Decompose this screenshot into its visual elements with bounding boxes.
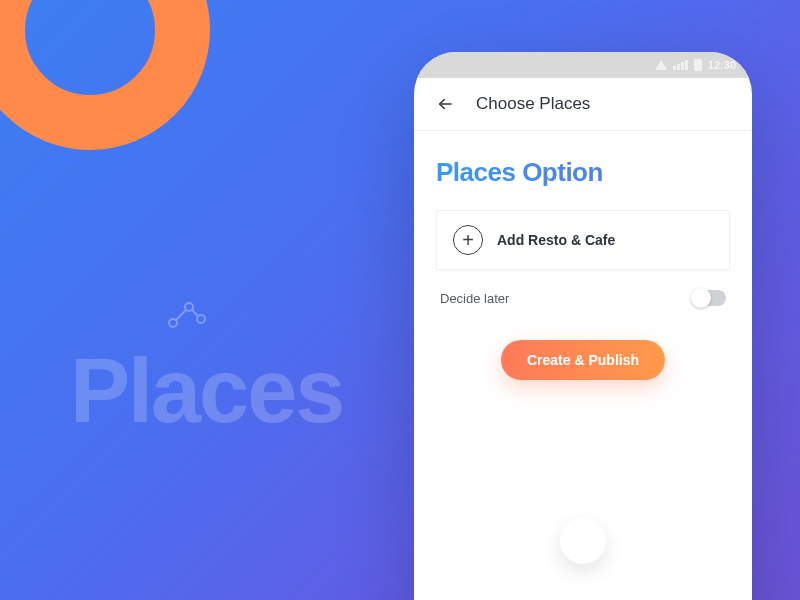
toggle-knob	[691, 288, 711, 308]
cta-wrap: Create & Publish	[436, 340, 730, 380]
decide-later-label: Decide later	[440, 291, 509, 306]
status-time: 12:30	[708, 59, 736, 71]
decorative-ring	[0, 0, 210, 150]
phone-frame: 12:30 Choose Places Places Option + Add …	[414, 52, 752, 600]
svg-point-0	[169, 319, 177, 327]
svg-line-4	[192, 310, 198, 316]
app-bar: Choose Places	[414, 78, 752, 131]
wifi-icon	[655, 60, 667, 70]
svg-line-3	[176, 310, 186, 320]
screen-content: Places Option + Add Resto & Cafe Decide …	[414, 131, 752, 380]
appbar-title: Choose Places	[476, 94, 590, 114]
add-place-label: Add Resto & Cafe	[497, 232, 615, 248]
watermark-text: Places	[70, 340, 343, 443]
status-bar: 12:30	[414, 52, 752, 78]
svg-point-2	[197, 315, 205, 323]
share-icon	[165, 293, 209, 337]
battery-icon	[694, 59, 702, 71]
promo-stage: Places 12:30 Choose Places Places Option…	[0, 0, 800, 600]
decide-later-row: Decide later	[436, 290, 730, 306]
signal-icon	[673, 60, 688, 70]
decide-later-toggle[interactable]	[692, 290, 726, 306]
svg-point-1	[185, 303, 193, 311]
add-place-card[interactable]: + Add Resto & Cafe	[436, 210, 730, 270]
floating-action-button[interactable]	[560, 518, 606, 564]
plus-icon: +	[453, 225, 483, 255]
page-title: Places Option	[436, 157, 730, 188]
create-publish-button[interactable]: Create & Publish	[501, 340, 665, 380]
back-button[interactable]	[436, 95, 454, 113]
